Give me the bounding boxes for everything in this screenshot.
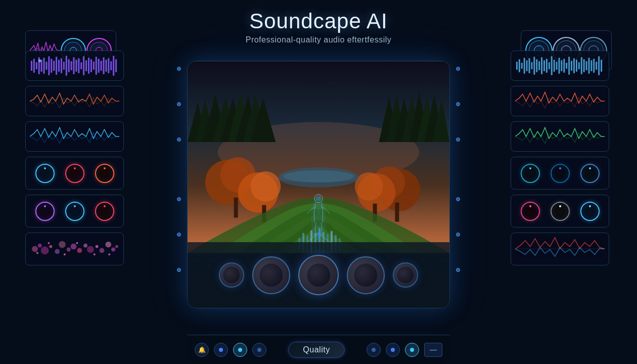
left-knob-2-2[interactable] (65, 202, 84, 221)
svg-rect-75 (559, 58, 560, 73)
svg-rect-1 (33, 59, 35, 73)
left-waveform-3 (25, 121, 124, 152)
svg-point-36 (32, 246, 38, 252)
svg-rect-20 (80, 62, 82, 69)
control-btn-5[interactable] (386, 343, 400, 357)
svg-rect-8 (51, 59, 52, 73)
svg-rect-77 (563, 59, 565, 73)
bell-button[interactable]: 🔔 (195, 343, 209, 357)
svg-point-54 (64, 253, 66, 255)
speaker-right (347, 256, 385, 294)
svg-point-123 (355, 172, 383, 201)
bottom-control-bar: 🔔 Quality — (187, 335, 450, 364)
control-btn-7[interactable]: — (424, 343, 442, 357)
control-btn-2[interactable] (233, 343, 247, 357)
svg-rect-15 (68, 59, 70, 72)
right-knob-2-1[interactable] (521, 202, 540, 221)
svg-point-51 (115, 245, 118, 248)
right-knob-1-3[interactable] (580, 164, 600, 183)
control-btn-4[interactable] (367, 343, 381, 357)
svg-point-42 (67, 248, 71, 252)
svg-rect-26 (96, 57, 97, 74)
circle-icon-5 (391, 348, 395, 352)
left-waveform-4 (25, 233, 124, 265)
left-knob-2-1[interactable] (35, 202, 55, 221)
control-btn-3[interactable] (252, 343, 266, 357)
svg-rect-91 (598, 56, 600, 75)
svg-rect-29 (103, 57, 105, 74)
right-knob-panel-2 (511, 195, 609, 228)
left-waveform-2 (25, 86, 124, 116)
circle-icon-3 (257, 348, 261, 352)
svg-point-46 (87, 246, 94, 253)
svg-rect-22 (85, 60, 87, 71)
svg-rect-32 (110, 61, 112, 70)
connector-right-1 (456, 67, 460, 71)
speaker-left (252, 256, 290, 294)
svg-point-140 (316, 196, 321, 201)
svg-rect-115 (234, 198, 238, 218)
connector-left-4 (177, 197, 181, 201)
svg-point-47 (96, 245, 99, 248)
svg-rect-58 (516, 62, 518, 70)
svg-rect-13 (63, 62, 65, 70)
svg-rect-25 (93, 62, 95, 70)
svg-rect-5 (43, 58, 45, 73)
connector-right-4 (456, 197, 460, 201)
left-panels (25, 51, 126, 265)
svg-rect-31 (108, 58, 109, 73)
svg-rect-87 (588, 58, 590, 73)
svg-rect-62 (526, 60, 528, 71)
right-knob-1-1[interactable] (521, 164, 540, 183)
svg-point-52 (36, 252, 38, 254)
svg-point-48 (100, 248, 105, 253)
left-waveform-1 (25, 51, 124, 81)
speaker-center (298, 255, 339, 295)
svg-rect-17 (73, 57, 75, 74)
left-knob-2-3[interactable] (95, 202, 114, 221)
svg-rect-81 (573, 58, 575, 73)
svg-point-43 (71, 244, 77, 250)
svg-rect-72 (551, 56, 553, 75)
left-knob-1-2[interactable] (65, 164, 84, 183)
right-knob-1-2[interactable] (551, 164, 570, 183)
svg-rect-34 (115, 59, 117, 72)
right-waveform-3 (511, 121, 609, 152)
svg-rect-27 (98, 59, 100, 73)
svg-rect-60 (521, 63, 523, 69)
svg-rect-11 (58, 60, 60, 72)
svg-rect-18 (75, 60, 77, 72)
minus-icon: — (430, 346, 437, 354)
svg-rect-93 (515, 249, 605, 249)
svg-rect-23 (88, 58, 89, 73)
connector-right-5 (456, 233, 460, 237)
quality-badge[interactable]: Quality (288, 342, 344, 358)
svg-rect-85 (583, 59, 585, 72)
left-knob-1-3[interactable] (95, 164, 114, 183)
svg-rect-21 (83, 56, 84, 75)
svg-rect-86 (586, 61, 587, 70)
connector-right-2 (456, 102, 460, 106)
svg-rect-59 (519, 59, 520, 72)
connector-left-1 (177, 67, 181, 71)
svg-rect-74 (556, 62, 558, 70)
circle-icon-6 (410, 348, 414, 352)
header: Soundcape AI Professional-quality audio … (0, 9, 637, 44)
svg-rect-67 (538, 61, 540, 70)
svg-point-37 (38, 244, 42, 248)
control-btn-6[interactable] (405, 343, 419, 357)
circle-icon-1 (219, 348, 223, 352)
svg-point-35 (38, 59, 41, 62)
right-knob-2-3[interactable] (580, 202, 600, 221)
circle-icon-2 (238, 348, 242, 352)
control-btn-1[interactable] (214, 343, 228, 357)
svg-rect-78 (566, 63, 567, 69)
svg-rect-83 (578, 62, 580, 69)
left-knob-1-1[interactable] (35, 164, 55, 183)
svg-rect-0 (31, 61, 32, 71)
svg-point-50 (111, 248, 115, 252)
circle-icon-4 (372, 348, 376, 352)
svg-rect-12 (61, 58, 62, 73)
dj-console (188, 242, 449, 308)
right-knob-2-2[interactable] (551, 202, 570, 221)
